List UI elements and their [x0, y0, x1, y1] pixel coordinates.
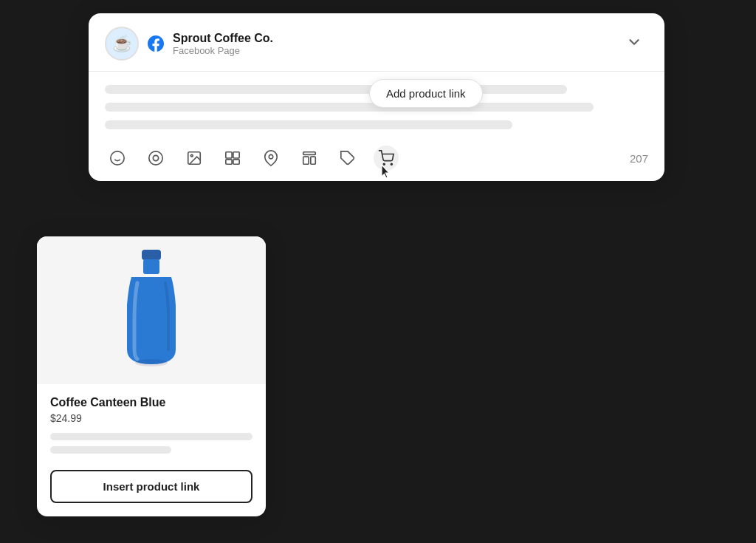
svg-point-4 [149, 151, 162, 165]
product-desc-line-1 [50, 433, 252, 440]
svg-rect-18 [142, 250, 161, 260]
svg-rect-9 [226, 160, 232, 164]
product-card: Coffee Canteen Blue $24.99 Insert produc… [37, 236, 266, 516]
char-count: 207 [630, 152, 648, 165]
cart-button[interactable] [374, 146, 399, 171]
svg-point-16 [383, 163, 385, 165]
svg-rect-19 [143, 259, 159, 274]
composer-body: Add product link [89, 72, 664, 129]
product-image [37, 236, 266, 384]
insert-product-link-button[interactable]: Insert product link [50, 470, 252, 503]
svg-point-6 [190, 154, 193, 157]
product-desc-line-2 [50, 446, 171, 454]
product-price: $24.99 [50, 412, 252, 424]
layout-button[interactable] [297, 146, 322, 171]
svg-rect-7 [226, 152, 232, 158]
emoji-button[interactable] [105, 146, 130, 171]
avatar: ☕ [105, 27, 139, 61]
header-left: ☕ Sprout Coffee Co. Facebook Page [105, 27, 273, 61]
product-bottle-svg [111, 246, 192, 375]
svg-point-17 [391, 163, 392, 165]
svg-rect-14 [311, 157, 315, 164]
tag-button[interactable] [335, 146, 360, 171]
svg-rect-8 [233, 152, 239, 158]
text-placeholder-3 [105, 120, 512, 129]
svg-point-3 [153, 155, 158, 160]
text-placeholder-2 [105, 103, 594, 112]
product-info: Coffee Canteen Blue $24.99 Insert produc… [37, 384, 266, 516]
composer-toolbar: 207 [89, 138, 664, 181]
add-product-tooltip: Add product link [369, 79, 483, 108]
mention-button[interactable] [143, 146, 168, 171]
svg-rect-10 [233, 160, 239, 164]
cursor-indicator [379, 164, 394, 184]
svg-point-0 [111, 151, 124, 165]
svg-point-11 [269, 154, 273, 159]
account-name: Sprout Coffee Co. [173, 32, 273, 45]
facebook-icon [148, 35, 164, 52]
photo-button[interactable] [182, 146, 207, 171]
composer-card: ☕ Sprout Coffee Co. Facebook Page [89, 13, 664, 181]
account-type: Facebook Page [173, 45, 273, 56]
product-name: Coffee Canteen Blue [50, 396, 252, 409]
svg-rect-12 [303, 152, 316, 155]
location-button[interactable] [258, 146, 284, 171]
text-placeholder-1 [105, 85, 567, 94]
svg-point-20 [135, 359, 168, 366]
svg-rect-13 [303, 157, 309, 164]
account-info: Sprout Coffee Co. Facebook Page [173, 32, 273, 56]
gallery-button[interactable] [220, 146, 245, 171]
collapse-button[interactable] [620, 31, 648, 57]
toolbar-icons [105, 146, 628, 171]
composer-header: ☕ Sprout Coffee Co. Facebook Page [89, 13, 664, 72]
